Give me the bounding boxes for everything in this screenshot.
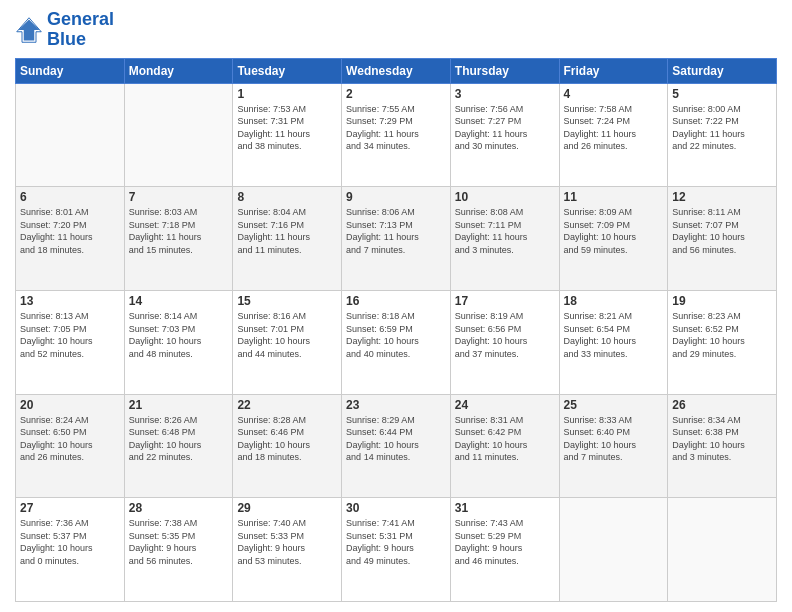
day-info: Sunrise: 8:18 AM Sunset: 6:59 PM Dayligh… bbox=[346, 310, 446, 360]
day-info: Sunrise: 8:28 AM Sunset: 6:46 PM Dayligh… bbox=[237, 414, 337, 464]
calendar-cell: 22Sunrise: 8:28 AM Sunset: 6:46 PM Dayli… bbox=[233, 394, 342, 498]
logo-text: GeneralBlue bbox=[47, 10, 114, 50]
week-row-4: 20Sunrise: 8:24 AM Sunset: 6:50 PM Dayli… bbox=[16, 394, 777, 498]
day-info: Sunrise: 8:16 AM Sunset: 7:01 PM Dayligh… bbox=[237, 310, 337, 360]
day-number: 14 bbox=[129, 294, 229, 308]
day-number: 9 bbox=[346, 190, 446, 204]
calendar-cell: 7Sunrise: 8:03 AM Sunset: 7:18 PM Daylig… bbox=[124, 187, 233, 291]
day-info: Sunrise: 7:43 AM Sunset: 5:29 PM Dayligh… bbox=[455, 517, 555, 567]
weekday-thursday: Thursday bbox=[450, 58, 559, 83]
day-number: 31 bbox=[455, 501, 555, 515]
calendar-cell: 25Sunrise: 8:33 AM Sunset: 6:40 PM Dayli… bbox=[559, 394, 668, 498]
calendar-cell: 4Sunrise: 7:58 AM Sunset: 7:24 PM Daylig… bbox=[559, 83, 668, 187]
calendar-cell: 17Sunrise: 8:19 AM Sunset: 6:56 PM Dayli… bbox=[450, 290, 559, 394]
day-info: Sunrise: 7:40 AM Sunset: 5:33 PM Dayligh… bbox=[237, 517, 337, 567]
calendar-cell: 31Sunrise: 7:43 AM Sunset: 5:29 PM Dayli… bbox=[450, 498, 559, 602]
calendar-cell: 30Sunrise: 7:41 AM Sunset: 5:31 PM Dayli… bbox=[342, 498, 451, 602]
calendar-cell: 23Sunrise: 8:29 AM Sunset: 6:44 PM Dayli… bbox=[342, 394, 451, 498]
day-number: 18 bbox=[564, 294, 664, 308]
day-info: Sunrise: 8:03 AM Sunset: 7:18 PM Dayligh… bbox=[129, 206, 229, 256]
day-number: 29 bbox=[237, 501, 337, 515]
day-info: Sunrise: 8:31 AM Sunset: 6:42 PM Dayligh… bbox=[455, 414, 555, 464]
day-number: 28 bbox=[129, 501, 229, 515]
day-info: Sunrise: 8:01 AM Sunset: 7:20 PM Dayligh… bbox=[20, 206, 120, 256]
day-info: Sunrise: 8:29 AM Sunset: 6:44 PM Dayligh… bbox=[346, 414, 446, 464]
day-number: 4 bbox=[564, 87, 664, 101]
day-info: Sunrise: 8:23 AM Sunset: 6:52 PM Dayligh… bbox=[672, 310, 772, 360]
day-number: 3 bbox=[455, 87, 555, 101]
day-info: Sunrise: 8:14 AM Sunset: 7:03 PM Dayligh… bbox=[129, 310, 229, 360]
day-info: Sunrise: 7:56 AM Sunset: 7:27 PM Dayligh… bbox=[455, 103, 555, 153]
calendar-cell bbox=[124, 83, 233, 187]
weekday-tuesday: Tuesday bbox=[233, 58, 342, 83]
day-number: 5 bbox=[672, 87, 772, 101]
day-number: 13 bbox=[20, 294, 120, 308]
calendar-cell: 13Sunrise: 8:13 AM Sunset: 7:05 PM Dayli… bbox=[16, 290, 125, 394]
calendar-cell: 12Sunrise: 8:11 AM Sunset: 7:07 PM Dayli… bbox=[668, 187, 777, 291]
day-number: 12 bbox=[672, 190, 772, 204]
day-info: Sunrise: 7:55 AM Sunset: 7:29 PM Dayligh… bbox=[346, 103, 446, 153]
calendar-cell: 6Sunrise: 8:01 AM Sunset: 7:20 PM Daylig… bbox=[16, 187, 125, 291]
day-info: Sunrise: 8:06 AM Sunset: 7:13 PM Dayligh… bbox=[346, 206, 446, 256]
calendar-cell: 1Sunrise: 7:53 AM Sunset: 7:31 PM Daylig… bbox=[233, 83, 342, 187]
calendar-cell: 21Sunrise: 8:26 AM Sunset: 6:48 PM Dayli… bbox=[124, 394, 233, 498]
calendar-cell bbox=[668, 498, 777, 602]
weekday-sunday: Sunday bbox=[16, 58, 125, 83]
day-info: Sunrise: 8:24 AM Sunset: 6:50 PM Dayligh… bbox=[20, 414, 120, 464]
calendar-cell: 29Sunrise: 7:40 AM Sunset: 5:33 PM Dayli… bbox=[233, 498, 342, 602]
day-number: 15 bbox=[237, 294, 337, 308]
day-info: Sunrise: 8:09 AM Sunset: 7:09 PM Dayligh… bbox=[564, 206, 664, 256]
day-number: 10 bbox=[455, 190, 555, 204]
day-info: Sunrise: 7:58 AM Sunset: 7:24 PM Dayligh… bbox=[564, 103, 664, 153]
day-number: 21 bbox=[129, 398, 229, 412]
day-number: 23 bbox=[346, 398, 446, 412]
day-info: Sunrise: 8:26 AM Sunset: 6:48 PM Dayligh… bbox=[129, 414, 229, 464]
day-info: Sunrise: 7:38 AM Sunset: 5:35 PM Dayligh… bbox=[129, 517, 229, 567]
week-row-3: 13Sunrise: 8:13 AM Sunset: 7:05 PM Dayli… bbox=[16, 290, 777, 394]
weekday-saturday: Saturday bbox=[668, 58, 777, 83]
calendar-cell: 26Sunrise: 8:34 AM Sunset: 6:38 PM Dayli… bbox=[668, 394, 777, 498]
day-info: Sunrise: 8:04 AM Sunset: 7:16 PM Dayligh… bbox=[237, 206, 337, 256]
weekday-friday: Friday bbox=[559, 58, 668, 83]
day-number: 17 bbox=[455, 294, 555, 308]
calendar-cell: 10Sunrise: 8:08 AM Sunset: 7:11 PM Dayli… bbox=[450, 187, 559, 291]
day-number: 26 bbox=[672, 398, 772, 412]
day-number: 6 bbox=[20, 190, 120, 204]
calendar-cell: 3Sunrise: 7:56 AM Sunset: 7:27 PM Daylig… bbox=[450, 83, 559, 187]
calendar-cell: 18Sunrise: 8:21 AM Sunset: 6:54 PM Dayli… bbox=[559, 290, 668, 394]
day-number: 7 bbox=[129, 190, 229, 204]
day-number: 30 bbox=[346, 501, 446, 515]
day-number: 24 bbox=[455, 398, 555, 412]
day-info: Sunrise: 7:41 AM Sunset: 5:31 PM Dayligh… bbox=[346, 517, 446, 567]
calendar-cell: 5Sunrise: 8:00 AM Sunset: 7:22 PM Daylig… bbox=[668, 83, 777, 187]
calendar-cell: 20Sunrise: 8:24 AM Sunset: 6:50 PM Dayli… bbox=[16, 394, 125, 498]
day-info: Sunrise: 8:34 AM Sunset: 6:38 PM Dayligh… bbox=[672, 414, 772, 464]
calendar-cell: 2Sunrise: 7:55 AM Sunset: 7:29 PM Daylig… bbox=[342, 83, 451, 187]
day-info: Sunrise: 8:11 AM Sunset: 7:07 PM Dayligh… bbox=[672, 206, 772, 256]
day-info: Sunrise: 7:53 AM Sunset: 7:31 PM Dayligh… bbox=[237, 103, 337, 153]
day-number: 1 bbox=[237, 87, 337, 101]
calendar-cell: 24Sunrise: 8:31 AM Sunset: 6:42 PM Dayli… bbox=[450, 394, 559, 498]
calendar-cell: 16Sunrise: 8:18 AM Sunset: 6:59 PM Dayli… bbox=[342, 290, 451, 394]
day-number: 25 bbox=[564, 398, 664, 412]
week-row-2: 6Sunrise: 8:01 AM Sunset: 7:20 PM Daylig… bbox=[16, 187, 777, 291]
calendar-cell: 11Sunrise: 8:09 AM Sunset: 7:09 PM Dayli… bbox=[559, 187, 668, 291]
weekday-wednesday: Wednesday bbox=[342, 58, 451, 83]
week-row-5: 27Sunrise: 7:36 AM Sunset: 5:37 PM Dayli… bbox=[16, 498, 777, 602]
logo: GeneralBlue bbox=[15, 10, 114, 50]
calendar-cell: 15Sunrise: 8:16 AM Sunset: 7:01 PM Dayli… bbox=[233, 290, 342, 394]
calendar-cell bbox=[559, 498, 668, 602]
calendar-cell: 8Sunrise: 8:04 AM Sunset: 7:16 PM Daylig… bbox=[233, 187, 342, 291]
day-info: Sunrise: 8:21 AM Sunset: 6:54 PM Dayligh… bbox=[564, 310, 664, 360]
calendar-cell: 9Sunrise: 8:06 AM Sunset: 7:13 PM Daylig… bbox=[342, 187, 451, 291]
day-number: 16 bbox=[346, 294, 446, 308]
calendar-cell: 14Sunrise: 8:14 AM Sunset: 7:03 PM Dayli… bbox=[124, 290, 233, 394]
day-number: 11 bbox=[564, 190, 664, 204]
logo-icon bbox=[15, 16, 43, 44]
calendar-cell bbox=[16, 83, 125, 187]
day-number: 8 bbox=[237, 190, 337, 204]
day-number: 20 bbox=[20, 398, 120, 412]
day-number: 19 bbox=[672, 294, 772, 308]
day-number: 2 bbox=[346, 87, 446, 101]
calendar-table: SundayMondayTuesdayWednesdayThursdayFrid… bbox=[15, 58, 777, 602]
